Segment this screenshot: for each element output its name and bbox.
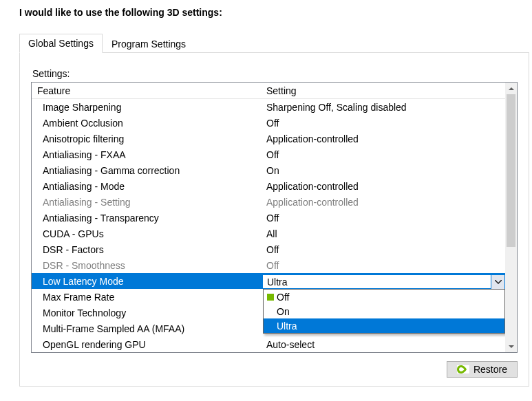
dropdown-option[interactable]: Ultra [264,318,504,333]
setting-cell: Application-controlled [262,181,505,192]
feature-cell: OpenGL rendering GPU [32,339,262,350]
table-row[interactable]: Antialiasing - SettingApplication-contro… [32,194,505,210]
table-row[interactable]: OpenGL rendering GPUAuto-select [32,336,505,352]
scroll-down-button[interactable] [505,340,517,352]
settings-list: Feature Setting Image SharpeningSharpeni… [31,82,518,353]
table-row[interactable]: Anisotropic filteringApplication-control… [32,131,505,147]
column-header-setting[interactable]: Setting [262,85,505,96]
table-row[interactable]: Antialiasing - Gamma correctionOn [32,162,505,178]
setting-cell: Sharpening Off, Scaling disabled [262,102,505,113]
setting-cell: Off [262,260,505,271]
setting-cell: Off [262,118,505,129]
dropdown-option-label: Off [277,292,289,303]
dropdown-option-label: Ultra [277,321,297,332]
feature-cell: Max Frame Rate [32,292,262,303]
feature-cell: DSR - Factors [32,244,262,255]
feature-cell: Antialiasing - Setting [32,197,262,208]
low-latency-dropdown[interactable]: OffOnUltra [263,289,505,334]
page-title: I would like to use the following 3D set… [19,7,529,18]
setting-cell: Auto-select [262,339,505,350]
feature-cell: CUDA - GPUs [32,228,262,239]
feature-cell: DSR - Smoothness [32,260,262,271]
feature-cell: Antialiasing - Transparency [32,213,262,224]
table-row[interactable]: DSR - SmoothnessOff [32,257,505,273]
tab-strip: Global Settings Program Settings [19,33,529,53]
scroll-thumb[interactable] [507,94,515,247]
feature-cell: Antialiasing - FXAA [32,149,262,160]
restore-button[interactable]: Restore [447,361,518,378]
table-row[interactable]: Ambient OcclusionOff [32,115,505,131]
setting-cell: Off [262,244,505,255]
feature-cell: Antialiasing - Gamma correction [32,165,262,176]
dropdown-option[interactable]: On [264,304,504,318]
setting-cell: Application-controlled [262,197,505,208]
tab-program-settings[interactable]: Program Settings [103,34,195,53]
table-row[interactable]: Low Latency ModeUltra [32,273,505,289]
nvidia-logo-icon [457,365,469,373]
settings-list-body: Feature Setting Image SharpeningSharpeni… [32,83,505,352]
feature-cell: Antialiasing - Mode [32,181,262,192]
column-headers: Feature Setting [32,83,505,99]
nvidia-default-icon [267,294,274,301]
chevron-down-icon[interactable] [491,275,504,290]
setting-cell: Application-controlled [262,133,505,144]
dropdown-option[interactable]: Off [264,290,504,304]
tab-panel: Settings: Feature Setting Image Sharpeni… [19,53,529,387]
feature-cell: Monitor Technology [32,307,262,318]
restore-row: Restore [31,361,518,378]
vertical-scrollbar[interactable] [505,83,517,352]
column-header-feature[interactable]: Feature [32,85,262,96]
table-row[interactable]: Image SharpeningSharpening Off, Scaling … [32,99,505,115]
setting-cell: Off [262,149,505,160]
feature-cell: Ambient Occlusion [32,118,262,129]
settings-label: Settings: [32,68,518,79]
restore-button-label: Restore [474,364,507,375]
table-row[interactable]: Antialiasing - ModeApplication-controlle… [32,178,505,194]
settings-frame: I would like to use the following 3D set… [0,0,532,401]
feature-cell: Image Sharpening [32,102,262,113]
table-row[interactable]: CUDA - GPUsAll [32,226,505,241]
table-row[interactable]: Antialiasing - TransparencyOff [32,210,505,226]
tab-global-settings[interactable]: Global Settings [19,34,103,53]
feature-cell: Multi-Frame Sampled AA (MFAA) [32,323,262,334]
table-row[interactable]: DSR - FactorsOff [32,241,505,257]
scroll-track[interactable] [505,94,517,340]
scroll-up-button[interactable] [505,83,517,94]
table-row[interactable]: Antialiasing - FXAAOff [32,147,505,162]
setting-cell: All [262,228,505,239]
setting-cell: Off [262,213,505,224]
feature-cell: Low Latency Mode [32,276,262,287]
feature-cell: Anisotropic filtering [32,133,262,144]
dropdown-option-label: On [277,306,290,317]
setting-cell[interactable]: Ultra [262,274,505,289]
setting-cell: On [262,165,505,176]
